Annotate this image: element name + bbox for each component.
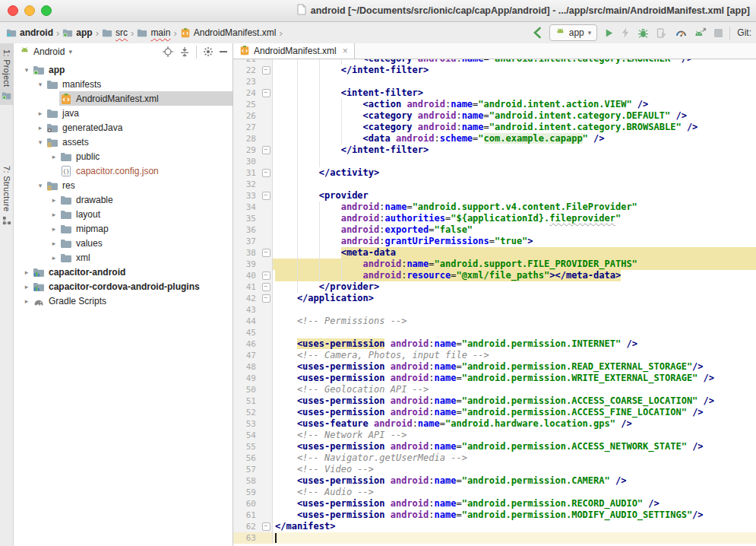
tree-item-drawable[interactable]: ▸drawable — [14, 192, 232, 207]
breadcrumb-item-main[interactable]: main — [137, 27, 170, 38]
code-text[interactable]: <intent-filter> — [273, 87, 756, 99]
code-text[interactable]: android:authorities="${applicationId}.fi… — [273, 213, 756, 224]
code-text[interactable]: android:name="android.support.FILE_PROVI… — [273, 259, 756, 270]
stop-button[interactable] — [714, 29, 723, 37]
tool-tab-structure[interactable]: 7: Structure — [0, 160, 13, 229]
close-window-button[interactable] — [8, 5, 18, 16]
tree-item-public[interactable]: ▸public — [14, 149, 232, 163]
chevron-expanded-icon[interactable]: ▾ — [35, 81, 46, 88]
code-text[interactable]: <uses-permission android:name="android.p… — [273, 361, 756, 373]
fold-icon[interactable]: − — [260, 144, 273, 156]
code-text[interactable]: <!-- Geolocation API --> — [273, 384, 756, 395]
breadcrumb-item-android[interactable]: android — [6, 27, 53, 38]
chevron-collapsed-icon[interactable]: ▸ — [49, 196, 59, 204]
chevron-expanded-icon[interactable]: ▾ — [35, 182, 46, 189]
tree-item-generatedjava[interactable]: ▸generatedJava — [14, 120, 232, 135]
code-text[interactable]: <category android:name="android.intent.c… — [273, 110, 756, 122]
fold-icon[interactable]: − — [260, 65, 273, 76]
chevron-collapsed-icon[interactable]: ▸ — [21, 297, 32, 305]
chevron-collapsed-icon[interactable]: ▸ — [49, 153, 59, 160]
tree-item-app[interactable]: ▾app — [14, 62, 232, 77]
tree-item-capacitor-config-json[interactable]: {}capacitor.config.json — [14, 163, 232, 178]
fold-icon[interactable]: − — [260, 270, 273, 281]
chevron-collapsed-icon[interactable]: ▸ — [49, 211, 59, 218]
code-text[interactable]: <uses-permission android:name="android.p… — [273, 373, 756, 384]
code-text[interactable] — [273, 156, 756, 167]
debug-button[interactable] — [637, 27, 649, 39]
code-text[interactable]: <uses-permission android:name="android.p… — [273, 509, 756, 521]
chevron-collapsed-icon[interactable]: ▸ — [49, 240, 59, 247]
fold-icon[interactable]: − — [260, 281, 273, 293]
tree-item-res[interactable]: ▾res — [14, 178, 232, 192]
code-text[interactable]: android:exported="false" — [273, 224, 756, 236]
chevron-expanded-icon[interactable]: ▾ — [21, 66, 32, 74]
tool-tab-project[interactable]: 1: Project — [0, 43, 13, 105]
fold-icon[interactable]: − — [260, 167, 273, 179]
code-text[interactable]: <uses-permission android:name="android.p… — [273, 441, 756, 452]
tree-item-assets[interactable]: ▾assets — [14, 135, 232, 149]
navigate-back-button[interactable] — [532, 27, 542, 39]
minimize-window-button[interactable] — [24, 5, 35, 16]
code-text[interactable]: <uses-permission android:name="android.p… — [273, 498, 756, 509]
code-text[interactable]: </application> — [273, 293, 756, 304]
chevron-collapsed-icon[interactable]: ▸ — [21, 283, 32, 290]
chevron-expanded-icon[interactable]: ▾ — [35, 138, 46, 146]
tree-item-values[interactable]: ▸values — [14, 236, 232, 250]
fold-icon[interactable]: − — [260, 521, 273, 532]
chevron-collapsed-icon[interactable]: ▸ — [49, 225, 59, 233]
tree-item-xml[interactable]: ▸xml — [14, 250, 232, 265]
code-text[interactable]: <!-- Navigator.getUserMedia --> — [273, 452, 756, 464]
code-text[interactable] — [273, 532, 756, 544]
code-text[interactable]: android:resource="@xml/file_paths"></met… — [273, 270, 756, 281]
tree-item-gradle-scripts[interactable]: ▸Gradle Scripts — [14, 294, 232, 308]
code-text[interactable]: <data android:scheme="com.example.capapp… — [273, 133, 756, 144]
code-area[interactable]: 21<category android:name="android.intent… — [233, 59, 756, 546]
breadcrumb-item-androidmanifest-xml[interactable]: AndroidManifest.xml — [180, 27, 277, 38]
code-text[interactable]: <uses-permission android:name="android.p… — [273, 407, 756, 418]
code-text[interactable]: <uses-permission android:name="android.p… — [273, 395, 756, 407]
locate-button[interactable] — [163, 46, 173, 57]
code-text[interactable]: <category android:name="android.intent.c… — [273, 59, 756, 65]
tree-item-androidmanifest-xml[interactable]: AndroidManifest.xml — [14, 91, 232, 106]
attach-debugger-button[interactable] — [656, 27, 668, 39]
code-text[interactable]: <uses-feature android:name="android.hard… — [273, 418, 756, 430]
chevron-collapsed-icon[interactable]: ▸ — [49, 254, 59, 262]
code-text[interactable]: <provider — [273, 190, 756, 202]
project-view-selector[interactable]: Android — [33, 46, 65, 57]
settings-button[interactable] — [203, 46, 214, 57]
code-text[interactable]: <category android:name="android.intent.c… — [273, 122, 756, 133]
apply-changes-button[interactable] — [622, 27, 630, 38]
tree-item-layout[interactable]: ▸layout — [14, 207, 232, 221]
code-text[interactable]: <action android:name="android.intent.act… — [273, 99, 756, 110]
code-text[interactable]: <meta-data — [273, 247, 756, 259]
code-text[interactable]: <!-- Audio --> — [273, 487, 756, 498]
code-text[interactable] — [273, 179, 756, 190]
editor-tab-androidmanifest[interactable]: AndroidManifest.xml × — [233, 43, 355, 59]
breadcrumb-item-app[interactable]: app — [62, 27, 92, 38]
close-tab-icon[interactable]: × — [343, 46, 348, 56]
code-text[interactable] — [273, 76, 756, 87]
code-text[interactable]: </intent-filter> — [273, 144, 756, 156]
code-text[interactable]: <uses-permission android:name="android.p… — [273, 338, 756, 350]
code-text[interactable]: </intent-filter> — [273, 65, 756, 76]
chevron-collapsed-icon[interactable]: ▸ — [35, 110, 46, 117]
code-text[interactable] — [273, 304, 756, 316]
code-text[interactable]: </activity> — [273, 167, 756, 179]
code-text[interactable]: <!-- Camera, Photos, input file --> — [273, 350, 756, 361]
code-text[interactable]: android:name="android.support.v4.content… — [273, 202, 756, 213]
zoom-window-button[interactable] — [41, 5, 52, 16]
hide-panel-button[interactable] — [220, 51, 227, 52]
code-text[interactable]: </provider> — [273, 281, 756, 293]
tree-item-manifests[interactable]: ▾manifests — [14, 77, 232, 91]
code-text[interactable]: android:grantUriPermissions="true"> — [273, 236, 756, 247]
profile-button[interactable] — [675, 27, 687, 39]
chevron-collapsed-icon[interactable]: ▸ — [21, 268, 32, 276]
run-button[interactable] — [604, 28, 614, 38]
collapse-all-button[interactable] — [179, 46, 190, 57]
run-config-select[interactable]: app ▾ — [549, 24, 598, 41]
fold-icon[interactable]: − — [260, 190, 273, 202]
sync-button[interactable] — [694, 27, 707, 39]
code-text[interactable] — [273, 327, 756, 338]
code-text[interactable]: <!-- Permissions --> — [273, 316, 756, 327]
chevron-collapsed-icon[interactable]: ▸ — [35, 124, 46, 132]
